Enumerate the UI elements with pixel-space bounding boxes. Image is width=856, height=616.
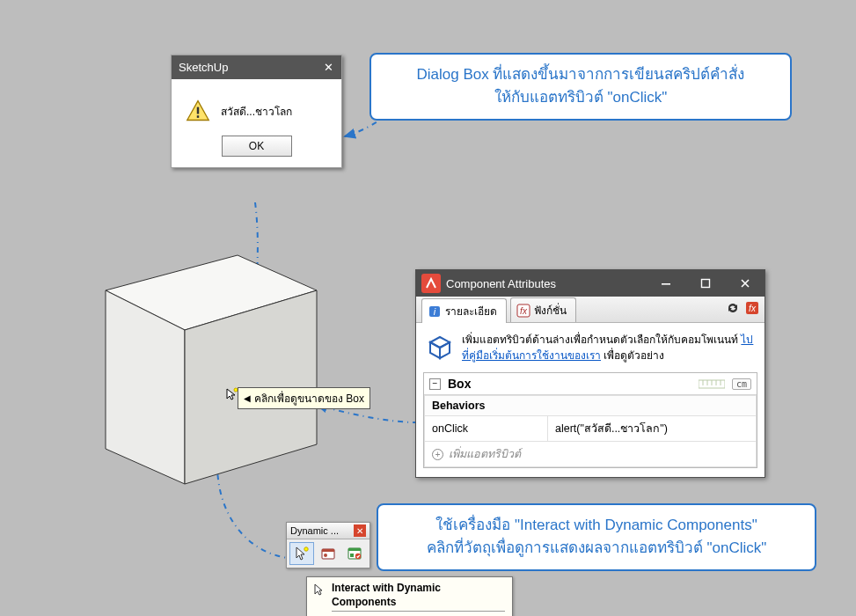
add-attr-label: เพิ่มแอตทริบิวต์ (449, 448, 521, 460)
messagebox-title: SketchUp (179, 61, 228, 74)
cube-tooltip: ◀ คลิกเพื่อดูขนาดของ Box (238, 387, 370, 409)
toolbar-title-text: Dynamic ... (290, 525, 339, 536)
component-attributes-tool[interactable] (342, 542, 367, 565)
app-icon (421, 274, 441, 293)
section-header: Behaviors (425, 396, 757, 416)
svg-rect-7 (662, 283, 670, 285)
close-icon[interactable]: ✕ (322, 61, 334, 74)
dynamic-components-toolbar[interactable]: Dynamic ... ✕ (286, 522, 370, 568)
callout-line: Dialog Box ที่แสดงขึ้นมาจากการเขียนสคริป… (387, 63, 774, 86)
tool-tooltip: Interact with Dynamic Components Interac… (306, 576, 513, 616)
warning-icon (186, 99, 210, 123)
component-options-tool[interactable] (316, 542, 340, 565)
tooltip-text: คลิกเพื่อดูขนาดของ Box (254, 390, 364, 407)
callout-line: คลิกที่วัตถุเพื่อดูการแสดงผลจากแอตทริบิว… (394, 537, 799, 560)
interact-icon (312, 583, 326, 597)
ok-button[interactable]: OK (222, 136, 292, 157)
messagebox-text: สวัสดี...ชาวโลก (221, 103, 292, 120)
close-icon[interactable]: ✕ (354, 524, 366, 537)
tabs: i รายละเอียด fx ฟังก์ชั่น fx (416, 297, 765, 323)
messagebox: SketchUp ✕ สวัสดี...ชาวโลก OK (171, 55, 342, 168)
svg-rect-8 (701, 280, 709, 288)
window-titlebar[interactable]: Component Attributes (416, 270, 765, 297)
plus-icon: + (432, 449, 443, 460)
tooltip-title: Interact with Dynamic Components (332, 581, 505, 612)
attr-name-cell[interactable]: onClick (425, 416, 548, 442)
svg-rect-29 (348, 548, 361, 551)
interact-tool[interactable] (289, 542, 314, 565)
svg-marker-17 (440, 342, 450, 358)
svg-rect-30 (350, 554, 354, 557)
svg-text:fx: fx (749, 304, 757, 313)
collapse-toggle[interactable]: − (429, 378, 441, 390)
attributes-icon (346, 545, 363, 562)
component-name: Box (448, 377, 691, 391)
options-icon (319, 545, 337, 562)
toggle-formula-icon[interactable]: fx (745, 301, 759, 315)
svg-rect-26 (322, 549, 334, 552)
toolbar-title[interactable]: Dynamic ... ✕ (287, 523, 369, 539)
tab-label: รายละเอียด (445, 303, 497, 319)
attribute-row[interactable]: onClick alert("สวัสดี...ชาวโลก") (425, 416, 757, 442)
desc-text: เพื่อดูตัวอย่าง (604, 349, 664, 362)
interact-icon (293, 545, 311, 562)
ruler-icon (699, 378, 725, 389)
cube-3d[interactable] (88, 229, 326, 493)
tab-functions[interactable]: fx ฟังก์ชั่น (510, 297, 576, 322)
svg-marker-16 (430, 342, 440, 358)
callout-dialog-explain: Dialog Box ที่แสดงขึ้นมาจากการเขียนสคริป… (369, 53, 792, 121)
messagebox-titlebar[interactable]: SketchUp ✕ (172, 55, 341, 79)
tab-label: ฟังก์ชั่น (534, 302, 567, 319)
panel-description: เพิ่มแอตทริบิวต์ด้านล่างเพื่อกำหนดตัวเลื… (416, 323, 765, 369)
minimize-button[interactable] (646, 270, 685, 297)
svg-rect-2 (197, 115, 199, 118)
callout-line: ใช้เครื่องมือ "Interact with Dynamic Com… (394, 514, 799, 537)
close-button[interactable] (725, 270, 765, 297)
svg-point-24 (304, 547, 308, 551)
svg-marker-15 (430, 337, 450, 348)
info-icon: i (428, 304, 442, 319)
unit-label[interactable]: cm (732, 378, 751, 390)
maximize-button[interactable] (685, 270, 725, 297)
window-title: Component Attributes (446, 277, 646, 290)
refresh-icon[interactable] (726, 301, 740, 315)
tab-details[interactable]: i รายละเอียด (421, 298, 507, 323)
callout-line: ให้กับแอตทริบิวต์ "onClick" (387, 86, 774, 109)
function-icon: fx (516, 304, 530, 318)
callout-interact-explain: ใช้เครื่องมือ "Interact with Dynamic Com… (377, 503, 816, 571)
svg-rect-1 (197, 107, 199, 114)
svg-point-27 (324, 554, 327, 557)
component-icon (425, 332, 455, 362)
attribute-panel: − Box cm Behaviors onClick alert("สวัสดี… (423, 372, 757, 468)
desc-text: เพิ่มแอตทริบิวต์ด้านล่างเพื่อกำหนดตัวเลื… (462, 334, 741, 346)
svg-text:fx: fx (520, 306, 528, 316)
component-attributes-window: Component Attributes i รายละเอียด fx ฟัง… (415, 269, 765, 478)
add-attribute-row[interactable]: +เพิ่มแอตทริบิวต์ (425, 442, 757, 467)
attr-value-cell[interactable]: alert("สวัสดี...ชาวโลก") (548, 416, 757, 442)
